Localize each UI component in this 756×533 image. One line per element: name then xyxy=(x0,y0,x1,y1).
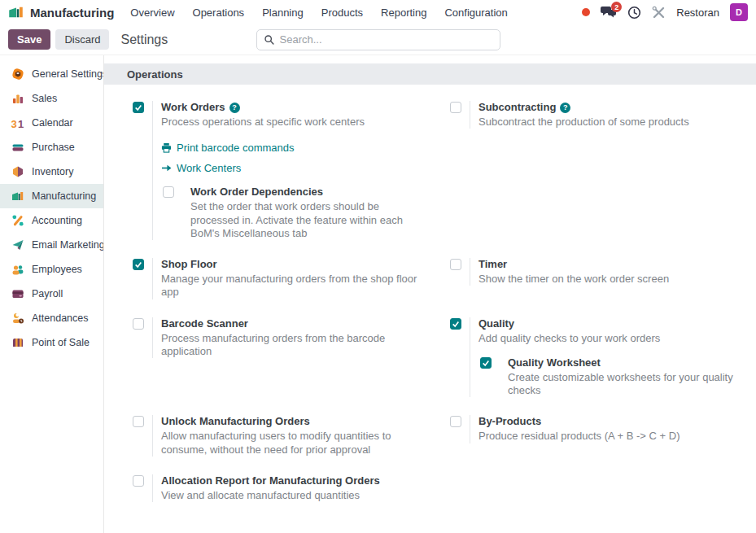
print-barcode-commands-link[interactable]: Print barcode commands xyxy=(161,142,421,154)
sidebar-item-label: Email Marketing xyxy=(32,239,104,251)
app-menu: Overview Operations Planning Products Re… xyxy=(130,7,507,19)
control-panel: Save Discard Settings xyxy=(0,24,756,55)
checkbox-work-order-dependencies[interactable] xyxy=(163,186,174,198)
checkbox-shop-floor[interactable] xyxy=(133,259,144,270)
search-box[interactable] xyxy=(256,29,500,50)
setting-description: Add quality checks to your work orders xyxy=(479,332,738,345)
top-navbar: Manufacturing Overview Operations Planni… xyxy=(0,0,756,24)
messages-button[interactable]: 2 xyxy=(601,5,617,20)
sidebar-item-point-of-sale[interactable]: Point of Sale xyxy=(0,330,103,355)
setting-work-orders: Work Orders Process operations at specif… xyxy=(104,101,422,240)
search-input[interactable] xyxy=(280,33,493,46)
setting-description: Manage your manufacturing orders from th… xyxy=(161,273,421,299)
checkbox-quality[interactable] xyxy=(450,318,461,330)
svg-text:1: 1 xyxy=(18,117,24,129)
general-settings-icon xyxy=(11,68,24,81)
menu-products[interactable]: Products xyxy=(321,7,363,19)
settings-content: Operations Work Orders Process operation… xyxy=(104,55,756,533)
sidebar-item-purchase[interactable]: Purchase xyxy=(0,135,103,159)
employees-icon xyxy=(11,263,24,277)
section-header-operations: Operations xyxy=(104,63,756,85)
setting-description: Produce residual products (A + B -> C + … xyxy=(479,430,680,443)
checkbox-barcode-scanner[interactable] xyxy=(133,318,144,330)
unread-count-badge: 2 xyxy=(611,2,622,12)
setting-label[interactable]: Subcontracting xyxy=(479,101,556,113)
search-icon xyxy=(264,34,275,46)
setting-description: Show the timer on the work order screen xyxy=(479,273,669,286)
checkbox-by-products[interactable] xyxy=(450,416,461,427)
systray: 2 Restoran D xyxy=(582,3,748,21)
discard-button[interactable]: Discard xyxy=(55,29,109,50)
menu-reporting[interactable]: Reporting xyxy=(381,7,426,19)
setting-description: Process operations at specific work cent… xyxy=(161,116,421,129)
checkbox-quality-worksheet[interactable] xyxy=(480,357,492,369)
app-brand[interactable]: Manufacturing xyxy=(8,4,114,20)
menu-operations[interactable]: Operations xyxy=(193,7,245,19)
checkbox-timer[interactable] xyxy=(450,259,461,270)
app-name: Manufacturing xyxy=(30,6,114,20)
setting-label[interactable]: Unlock Manufacturing Orders xyxy=(161,415,310,427)
setting-label[interactable]: Timer xyxy=(479,258,507,270)
sidebar-item-payroll[interactable]: Payroll xyxy=(0,282,103,306)
setting-subcontracting: Subcontracting Subcontract the productio… xyxy=(422,101,756,129)
link-label: Print barcode commands xyxy=(177,142,295,154)
setting-timer: Timer Show the timer on the work order s… xyxy=(422,258,756,286)
setting-label[interactable]: Quality xyxy=(479,317,514,330)
help-icon[interactable] xyxy=(229,103,240,113)
setting-unlock-manufacturing-orders: Unlock Manufacturing Orders Allow manufa… xyxy=(104,415,422,457)
sidebar-item-label: Manufacturing xyxy=(32,190,96,202)
setting-label[interactable]: Allocation Report for Manufacturing Orde… xyxy=(161,474,380,487)
work-centers-link[interactable]: Work Centers xyxy=(161,162,421,174)
operations-settings-grid: Work Orders Process operations at specif… xyxy=(104,85,756,507)
checkbox-subcontracting[interactable] xyxy=(450,102,461,113)
setting-label[interactable]: Work Order Dependencies xyxy=(190,186,323,198)
sidebar-item-label: General Settings xyxy=(32,68,104,80)
email-marketing-icon xyxy=(11,238,24,252)
manufacturing-app-icon xyxy=(8,4,24,20)
sidebar-item-manufacturing[interactable]: Manufacturing xyxy=(0,184,103,208)
sidebar-item-inventory[interactable]: Inventory xyxy=(0,159,103,184)
accounting-icon xyxy=(11,214,24,228)
checkbox-unlock-manufacturing-orders[interactable] xyxy=(133,416,144,427)
menu-configuration[interactable]: Configuration xyxy=(444,7,507,19)
setting-label[interactable]: Work Orders xyxy=(161,101,225,113)
setting-description: View and allocate manufactured quantitie… xyxy=(161,489,380,502)
inventory-icon xyxy=(11,165,24,179)
menu-planning[interactable]: Planning xyxy=(262,7,304,19)
sales-icon xyxy=(11,92,24,106)
sidebar-item-label: Purchase xyxy=(32,142,75,153)
setting-barcode-scanner: Barcode Scanner Process manufacturing or… xyxy=(104,317,422,359)
sidebar-item-employees[interactable]: Employees xyxy=(0,257,103,282)
sidebar-item-label: Calendar xyxy=(32,117,73,129)
setting-description: Allow manufacturing users to modify quan… xyxy=(161,430,421,457)
sidebar-item-attendances[interactable]: Attendances xyxy=(0,306,103,330)
menu-overview[interactable]: Overview xyxy=(130,7,174,19)
sidebar-item-email-marketing[interactable]: Email Marketing xyxy=(0,233,103,257)
setting-label[interactable]: Barcode Scanner xyxy=(161,317,248,330)
sidebar-item-sales[interactable]: Sales xyxy=(0,86,103,111)
setting-label[interactable]: Shop Floor xyxy=(161,258,217,270)
user-avatar[interactable]: D xyxy=(730,3,748,21)
activities-button[interactable] xyxy=(627,6,641,20)
company-switcher[interactable]: Restoran xyxy=(676,7,719,19)
arrow-right-icon xyxy=(161,164,172,173)
sidebar-item-general-settings[interactable]: General Settings xyxy=(0,62,103,86)
tools-icon xyxy=(652,6,666,20)
save-button[interactable]: Save xyxy=(8,29,50,50)
section-title: Operations xyxy=(127,68,183,81)
setting-allocation-report: Allocation Report for Manufacturing Orde… xyxy=(104,474,422,502)
link-label: Work Centers xyxy=(177,162,241,174)
setting-label[interactable]: By-Products xyxy=(479,415,541,427)
sidebar-item-label: Inventory xyxy=(32,166,73,177)
sidebar-item-calendar[interactable]: 31 Calendar xyxy=(0,111,103,135)
setting-label[interactable]: Quality Worksheet xyxy=(508,356,601,369)
debug-tools-button[interactable] xyxy=(652,6,666,20)
sidebar-item-label: Employees xyxy=(32,264,82,275)
sidebar-item-label: Point of Sale xyxy=(32,337,90,348)
payroll-icon xyxy=(11,287,24,301)
checkbox-work-orders[interactable] xyxy=(133,102,144,113)
checkbox-allocation-report[interactable] xyxy=(133,475,144,487)
sidebar-item-accounting[interactable]: Accounting xyxy=(0,208,103,233)
help-icon[interactable] xyxy=(560,103,570,113)
clock-icon xyxy=(627,6,641,20)
